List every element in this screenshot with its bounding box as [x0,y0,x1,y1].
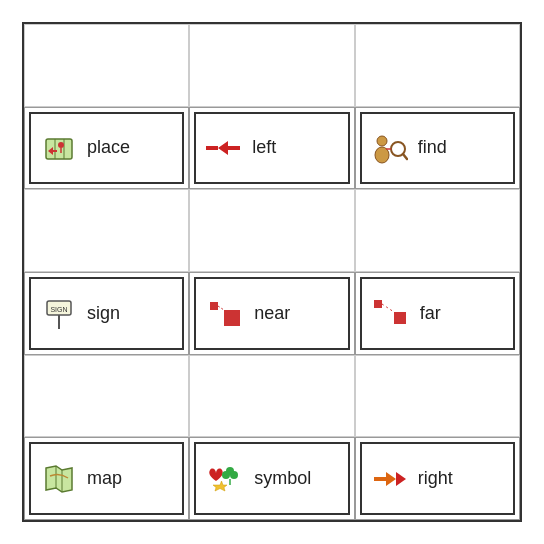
card-find[interactable]: find [360,112,515,185]
near-label: near [254,303,290,324]
sign-icon: SIGN [41,295,77,331]
left-icon [206,130,242,166]
svg-rect-19 [394,312,406,324]
left-label: left [252,137,276,158]
svg-marker-6 [218,141,240,155]
card-left[interactable]: left [194,112,349,185]
main-grid: place left [22,22,522,522]
card-far[interactable]: far [360,277,515,350]
sign-label: sign [87,303,120,324]
cell-symbol[interactable]: symbol [189,437,354,520]
far-label: far [420,303,441,324]
far-icon [372,295,410,331]
svg-marker-31 [396,472,406,486]
near-icon [206,295,244,331]
map-icon [41,461,77,497]
symbol-icon [206,461,244,497]
right-icon [372,461,408,497]
spacer-1-1 [24,24,189,107]
svg-rect-0 [46,139,72,159]
svg-rect-17 [210,302,218,310]
cell-place[interactable]: place [24,107,189,190]
spacer-5-2 [189,355,354,438]
right-label: right [418,468,453,489]
cell-left[interactable]: left [189,107,354,190]
spacer-1-3 [355,24,520,107]
svg-rect-16 [224,310,240,326]
svg-point-27 [230,471,238,479]
svg-marker-30 [374,472,396,486]
cell-right[interactable]: right [355,437,520,520]
find-icon [372,130,408,166]
cell-find[interactable]: find [355,107,520,190]
spacer-5-3 [355,355,520,438]
spacer-3-1 [24,189,189,272]
card-right[interactable]: right [360,442,515,515]
spacer-1-2 [189,24,354,107]
card-symbol[interactable]: symbol [194,442,349,515]
svg-rect-7 [206,146,218,150]
svg-line-18 [218,306,224,310]
svg-text:SIGN: SIGN [50,306,67,313]
card-near[interactable]: near [194,277,349,350]
map-label: map [87,468,122,489]
spacer-3-3 [355,189,520,272]
svg-marker-22 [46,466,72,492]
spacer-5-1 [24,355,189,438]
svg-line-21 [382,304,394,312]
svg-point-8 [377,136,387,146]
card-place[interactable]: place [29,112,184,185]
svg-rect-20 [374,300,382,308]
card-map[interactable]: map [29,442,184,515]
cell-near[interactable]: near [189,272,354,355]
svg-point-3 [58,142,64,148]
cell-far[interactable]: far [355,272,520,355]
cell-map[interactable]: map [24,437,189,520]
svg-point-26 [222,471,230,479]
spacer-3-2 [189,189,354,272]
svg-marker-29 [213,481,227,491]
symbol-label: symbol [254,468,311,489]
place-icon [41,130,77,166]
cell-sign[interactable]: SIGN sign [24,272,189,355]
place-label: place [87,137,130,158]
find-label: find [418,137,447,158]
card-sign[interactable]: SIGN sign [29,277,184,350]
svg-line-11 [403,154,407,159]
